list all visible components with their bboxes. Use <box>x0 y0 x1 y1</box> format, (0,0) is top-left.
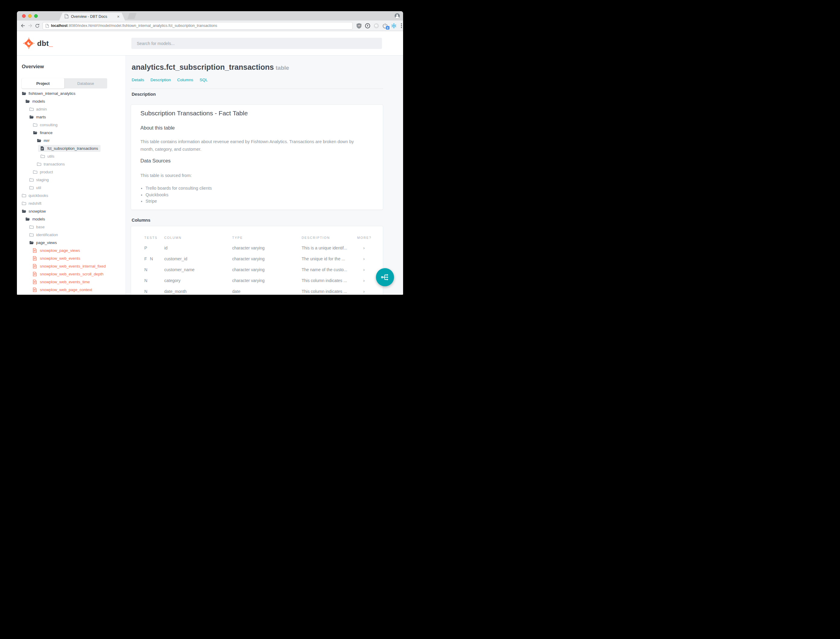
tree-item-models[interactable]: models <box>17 215 125 223</box>
tree-item-label: snowplow_web_page_context <box>40 288 92 292</box>
tree-item-consulting[interactable]: consulting <box>17 121 125 129</box>
folder-icon <box>29 186 34 190</box>
dbt-logo[interactable]: dbt_ <box>23 37 53 49</box>
power-x-badge: x <box>386 26 389 30</box>
cell-type: character varying <box>232 243 302 253</box>
cell-description: This column indicates ... <box>302 286 357 294</box>
tree-item-quickbooks[interactable]: quickbooks <box>17 191 125 199</box>
tree-item-identification[interactable]: identification <box>17 231 125 238</box>
tree-item-label: models <box>32 217 45 221</box>
data-sources-heading: Data Sources <box>140 158 171 164</box>
opera-ring-icon[interactable] <box>373 23 380 29</box>
tree-item-models[interactable]: models <box>17 97 125 105</box>
document-icon <box>33 264 37 269</box>
tree-item-snowplow[interactable]: snowplow <box>17 207 125 215</box>
tree-item-base[interactable]: base <box>17 223 125 231</box>
search-input[interactable] <box>131 38 382 49</box>
sources-list: Trello boards for consulting clients Qui… <box>140 185 212 205</box>
forward-button[interactable] <box>27 22 33 29</box>
tree-item-snowplow_web_events_internal_fixed[interactable]: snowplow_web_events_internal_fixed <box>17 262 125 270</box>
zoom-window-button[interactable] <box>34 14 38 18</box>
nav-columns[interactable]: Columns <box>177 78 193 82</box>
expand-row-chevron-icon[interactable]: › <box>357 286 383 294</box>
tree-item-label: quickbooks <box>29 193 48 198</box>
resource-type-badge: table <box>276 65 289 71</box>
nav-details[interactable]: Details <box>132 78 144 82</box>
cell-description: The unique id for the ... <box>302 253 357 264</box>
tree-item-snowplow_web_events_time[interactable]: snowplow_web_events_time <box>17 278 125 286</box>
folder-open-icon <box>33 131 37 135</box>
col-header-column: COLUMN <box>164 226 232 243</box>
snowflake-icon[interactable] <box>391 23 397 29</box>
back-button[interactable] <box>20 22 26 29</box>
tree-item-label: page_views <box>36 240 57 245</box>
browser-window: Overview - DBT Docs × localhost:8080/ind… <box>17 11 403 295</box>
tab-database[interactable]: Database <box>64 78 107 89</box>
tab-title: Overview - DBT Docs <box>71 14 115 19</box>
address-bar[interactable]: localhost:8080/index.html#!/model/model.… <box>43 22 353 30</box>
sidebar: Overview Project Database fishtown_inter… <box>17 56 126 294</box>
browser-profile-avatar[interactable] <box>394 13 400 19</box>
cell-tests: N <box>131 264 164 275</box>
new-tab-button[interactable] <box>127 13 137 19</box>
close-window-button[interactable] <box>22 14 25 18</box>
table-row-customer_name[interactable]: N customer_name character varying The na… <box>131 264 383 275</box>
tree-item-fishtown_internal_analytics[interactable]: fishtown_internal_analytics <box>17 89 125 97</box>
tree-item-redshift[interactable]: redshift <box>17 199 125 207</box>
folder-icon <box>37 162 41 166</box>
svg-text:uO: uO <box>357 24 360 26</box>
tree-item-marts[interactable]: marts <box>17 113 125 121</box>
browser-menu-icon[interactable] <box>401 23 402 28</box>
columns-table-header: TESTS COLUMN TYPE DESCRIPTION MORE? <box>131 226 383 243</box>
tab-close-icon[interactable]: × <box>117 14 119 19</box>
tree-item-page_views[interactable]: page_views <box>17 238 125 246</box>
folder-open-icon <box>22 209 26 213</box>
folder-icon <box>40 154 45 158</box>
description-section-label: Description <box>132 92 156 97</box>
reload-button[interactable] <box>34 22 41 29</box>
minimize-window-button[interactable] <box>28 14 32 18</box>
table-row-id[interactable]: P id character varying This is a unique … <box>131 243 383 253</box>
browser-tab-strip: Overview - DBT Docs × <box>17 11 403 21</box>
table-row-customer_id[interactable]: F N customer_id character varying The un… <box>131 253 383 264</box>
table-row-category[interactable]: N category character varying This column… <box>131 275 383 286</box>
ublock-shield-icon[interactable]: uO <box>356 23 362 29</box>
tree-item-fct_subscription_transactions[interactable]: fct_subscription_transactions <box>17 145 125 152</box>
expand-row-chevron-icon[interactable]: › <box>357 253 383 264</box>
tree-item-snowplow_web_events[interactable]: snowplow_web_events <box>17 254 125 262</box>
tab-project[interactable]: Project <box>22 78 65 89</box>
nav-description[interactable]: Description <box>150 78 171 82</box>
table-row-date_month[interactable]: N date_month date This column indicates … <box>131 286 383 294</box>
tree-item-transactions[interactable]: transactions <box>17 160 125 168</box>
tree-item-label: snowplow_page_views <box>40 248 80 253</box>
tree-item-snowplow_web_events_scroll_depth[interactable]: snowplow_web_events_scroll_depth <box>17 270 125 278</box>
cell-tests: N <box>131 275 164 286</box>
tree-item-snowplow_web_page_context[interactable]: snowplow_web_page_context <box>17 286 125 294</box>
tree-item-label: snowplow_web_events_scroll_depth <box>40 272 103 276</box>
tree-item-label: snowplow_web_events_time <box>40 280 90 284</box>
lineage-graph-button[interactable] <box>376 268 394 286</box>
tree-item-label: identification <box>36 232 58 237</box>
tree-item-product[interactable]: product <box>17 168 125 176</box>
tree-item-finance[interactable]: finance <box>17 129 125 137</box>
1password-keyhole-icon[interactable] <box>365 23 371 29</box>
folder-icon <box>29 107 34 111</box>
tree-item-staging[interactable]: staging <box>17 176 125 184</box>
source-item: Stripe <box>146 198 212 205</box>
tree-item-util[interactable]: util <box>17 184 125 191</box>
columns-card: TESTS COLUMN TYPE DESCRIPTION MORE? P id… <box>131 226 383 294</box>
sidebar-view-toggle: Project Database <box>22 78 107 89</box>
tree-item-snowplow_page_views[interactable]: snowplow_page_views <box>17 246 125 254</box>
document-icon <box>33 288 37 292</box>
cell-tests: N <box>131 286 164 294</box>
expand-row-chevron-icon[interactable]: › <box>357 243 383 253</box>
window-controls <box>22 14 38 18</box>
tree-item-admin[interactable]: admin <box>17 105 125 113</box>
browser-tab[interactable]: Overview - DBT Docs × <box>59 13 125 21</box>
power-toggle-icon[interactable]: x <box>382 23 388 29</box>
tree-item-utils[interactable]: utils <box>17 152 125 160</box>
browser-toolbar: localhost:8080/index.html#!/model/model.… <box>17 21 403 31</box>
tree-item-mrr[interactable]: mrr <box>17 137 125 145</box>
col-header-type: TYPE <box>232 226 302 243</box>
nav-sql[interactable]: SQL <box>200 78 208 82</box>
